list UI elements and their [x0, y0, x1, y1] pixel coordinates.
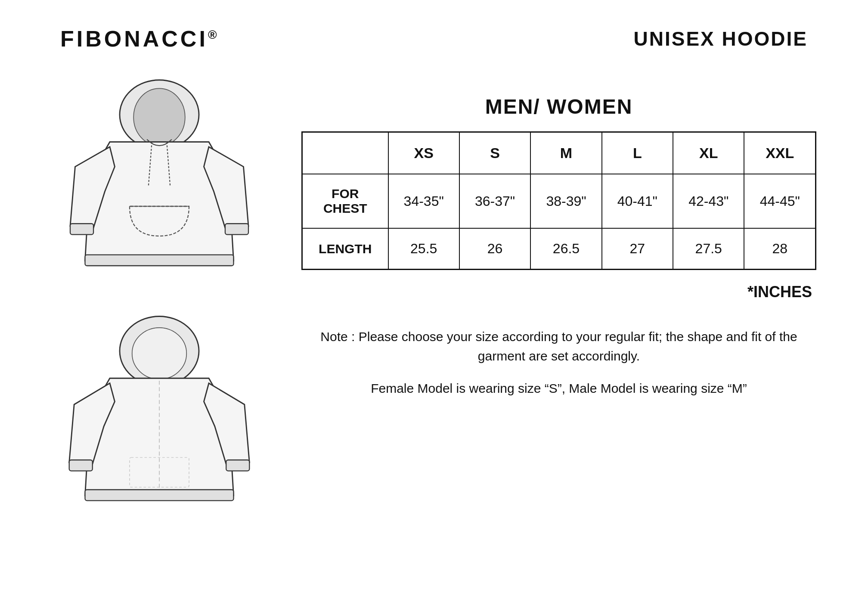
- table-cell-0-4: 42-43": [673, 174, 744, 228]
- svg-rect-12: [85, 490, 234, 500]
- right-panel: MEN/ WOMEN XS S M L XL XXL: [301, 78, 816, 398]
- brand-logo: FIBONACCI®: [60, 26, 220, 52]
- illustrations: [52, 78, 267, 519]
- svg-point-9: [132, 328, 187, 379]
- header: FIBONACCI® UNISEX HOODIE: [34, 26, 834, 52]
- svg-rect-4: [85, 255, 234, 266]
- main-content: MEN/ WOMEN XS S M L XL XXL: [34, 78, 834, 519]
- brand-reg: ®: [208, 28, 220, 41]
- table-cell-0-1: 36-37": [459, 174, 530, 228]
- svg-point-1: [133, 88, 185, 146]
- svg-rect-2: [70, 224, 93, 234]
- note-main: Note : Please choose your size according…: [301, 327, 816, 366]
- table-cell-0-3: 40-41": [602, 174, 673, 228]
- size-chart-section: MEN/ WOMEN XS S M L XL XXL: [301, 95, 816, 301]
- table-header-s: S: [459, 132, 530, 174]
- table-cell-1-0: 25.5: [388, 228, 459, 270]
- table-label-0: FOR CHEST: [302, 174, 388, 228]
- table-label-1: LENGTH: [302, 228, 388, 270]
- brand-name: FIBONACCI: [60, 26, 208, 51]
- page: FIBONACCI® UNISEX HOODIE: [0, 0, 868, 612]
- section-heading: MEN/ WOMEN: [485, 95, 633, 118]
- hoodie-back-illustration: [60, 311, 258, 519]
- inches-note: *INCHES: [747, 283, 812, 301]
- table-cell-1-1: 26: [459, 228, 530, 270]
- table-cell-1-3: 27: [602, 228, 673, 270]
- table-cell-0-0: 34-35": [388, 174, 459, 228]
- note-model: Female Model is wearing size “S”, Male M…: [301, 379, 816, 398]
- table-cell-1-4: 27.5: [673, 228, 744, 270]
- table-row: FOR CHEST34-35"36-37"38-39"40-41"42-43"4…: [302, 174, 816, 228]
- table-cell-1-5: 28: [744, 228, 815, 270]
- svg-rect-11: [226, 460, 249, 471]
- svg-rect-10: [69, 460, 93, 471]
- table-cell-1-2: 26.5: [530, 228, 601, 270]
- svg-rect-3: [225, 224, 248, 234]
- table-header-empty: [302, 132, 388, 174]
- table-row: LENGTH25.52626.52727.528: [302, 228, 816, 270]
- table-header-xl: XL: [673, 132, 744, 174]
- product-type: UNISEX HOODIE: [633, 27, 808, 50]
- table-header-xxl: XXL: [744, 132, 815, 174]
- table-cell-0-5: 44-45": [744, 174, 815, 228]
- size-table: XS S M L XL XXL FOR CHEST34-35"36-37"38-…: [301, 131, 816, 270]
- table-cell-0-2: 38-39": [530, 174, 601, 228]
- table-header-xs: XS: [388, 132, 459, 174]
- table-header-l: L: [602, 132, 673, 174]
- hoodie-front-illustration: [60, 78, 258, 286]
- notes-section: Note : Please choose your size according…: [301, 327, 816, 398]
- table-header-m: M: [530, 132, 601, 174]
- table-header-row: XS S M L XL XXL: [302, 132, 816, 174]
